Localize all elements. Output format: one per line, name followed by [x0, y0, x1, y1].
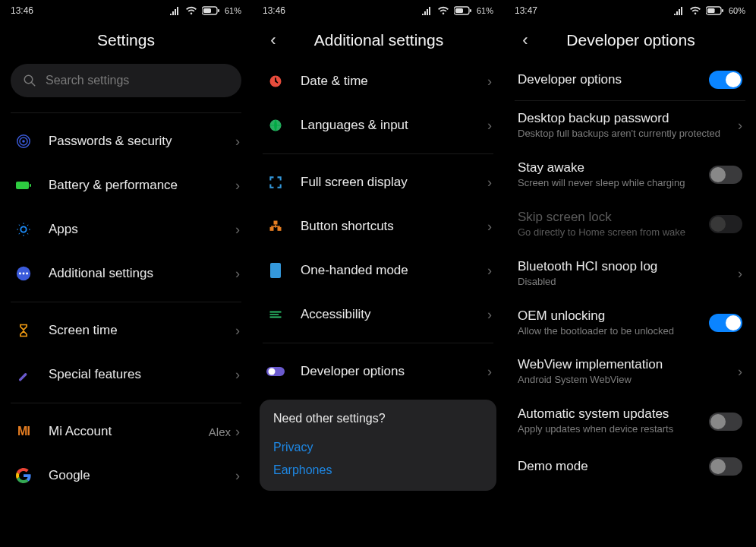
toggle-icon: [264, 360, 287, 383]
status-battery-pct: 61%: [477, 6, 493, 15]
item-webview-impl[interactable]: WebView implementation Android System We…: [504, 347, 756, 397]
status-indicators: 61%: [422, 6, 493, 15]
item-devopts-toggle[interactable]: Developer options: [504, 59, 756, 100]
chevron-right-icon: ›: [487, 364, 492, 380]
divider: [263, 343, 493, 343]
additional-settings-list: Date & time › Languages & input › Full s…: [252, 59, 504, 547]
item-skip-screen-lock: Skip screen lock Go directly to Home scr…: [504, 200, 756, 249]
divider: [263, 153, 493, 154]
accessibility-icon: [264, 303, 287, 326]
signal-icon: [422, 6, 433, 15]
item-google[interactable]: Google ›: [0, 454, 252, 498]
item-desktop-backup[interactable]: Desktop backup password Desktop full bac…: [504, 101, 756, 150]
search-field[interactable]: [11, 64, 241, 97]
item-oem-unlocking[interactable]: OEM unlocking Allow the bootloader to be…: [504, 299, 756, 348]
item-developer-options[interactable]: Developer options ›: [252, 349, 504, 394]
chevron-right-icon: ›: [487, 219, 492, 235]
chevron-right-icon: ›: [738, 364, 742, 380]
chevron-right-icon: ›: [487, 74, 492, 90]
pane-header: ‹ Developer options: [504, 21, 756, 59]
item-accessibility[interactable]: Accessibility ›: [252, 292, 504, 337]
chevron-right-icon: ›: [487, 175, 492, 191]
chevron-right-icon: ›: [235, 424, 240, 440]
item-bluetooth-hci[interactable]: Bluetooth HCI snoop log Disabled ›: [504, 249, 756, 299]
svg-rect-25: [271, 226, 280, 227]
signal-icon: [170, 6, 181, 15]
svg-rect-31: [722, 9, 723, 12]
item-battery-performance[interactable]: Battery & performance ›: [0, 163, 252, 207]
item-auto-updates[interactable]: Automatic system updates Apply updates w…: [504, 397, 756, 446]
item-label: Battery & performance: [49, 178, 235, 193]
item-label: Accessibility: [301, 307, 487, 322]
battery-icon: [202, 6, 220, 15]
need-other-settings-card: Need other settings? Privacy Earphones: [260, 400, 496, 491]
chevron-right-icon: ›: [738, 118, 742, 134]
item-label: Date & time: [301, 74, 487, 89]
battery-icon: [706, 6, 724, 15]
item-label: Apps: [49, 222, 235, 237]
item-label: Demo mode: [518, 459, 701, 474]
svg-rect-18: [470, 9, 471, 12]
svg-rect-17: [455, 8, 463, 13]
page-title: Additional settings: [264, 31, 493, 49]
item-additional-settings[interactable]: Additional settings ›: [0, 251, 252, 296]
svg-rect-9: [30, 184, 31, 187]
item-label: Bluetooth HCI snoop log: [518, 259, 730, 274]
item-demo-mode[interactable]: Demo mode: [504, 446, 756, 487]
wand-icon: [12, 363, 35, 386]
svg-rect-26: [270, 263, 281, 278]
chevron-right-icon: ›: [235, 178, 240, 194]
pane-header: ‹ Additional settings: [252, 21, 504, 59]
wifi-icon: [185, 6, 197, 15]
item-passwords-security[interactable]: Passwords & security ›: [0, 119, 252, 163]
item-stay-awake[interactable]: Stay awake Screen will never sleep while…: [504, 150, 756, 200]
item-screen-time[interactable]: Screen time ›: [0, 308, 252, 353]
fullscreen-icon: [264, 171, 287, 194]
devopts-list: Developer options Desktop backup passwor…: [504, 59, 756, 547]
toggle-skip-screen-lock: [709, 215, 742, 233]
chevron-right-icon: ›: [235, 222, 240, 238]
item-label: WebView implementation: [518, 357, 730, 372]
item-special-features[interactable]: Special features ›: [0, 353, 252, 397]
toggle-devopts[interactable]: [709, 71, 742, 89]
divider: [11, 403, 241, 403]
item-mi-account[interactable]: MI Mi Account Alex ›: [0, 409, 252, 454]
chevron-right-icon: ›: [235, 266, 240, 282]
item-one-handed-mode[interactable]: One-handed mode ›: [252, 248, 504, 292]
toggle-auto-updates[interactable]: [709, 413, 742, 431]
svg-rect-23: [278, 227, 282, 231]
svg-rect-15: [18, 372, 27, 381]
status-time: 13:46: [263, 5, 285, 16]
pane-header: Settings: [0, 21, 252, 59]
item-date-time[interactable]: Date & time ›: [252, 59, 504, 103]
toggle-oem-unlock[interactable]: [709, 314, 742, 332]
item-label: Stay awake: [518, 160, 701, 175]
item-label: Passwords & security: [49, 134, 235, 149]
toggle-stay-awake[interactable]: [709, 166, 742, 184]
item-label: Developer options: [301, 364, 487, 379]
divider: [11, 302, 241, 302]
google-logo-icon: [12, 464, 35, 487]
item-apps[interactable]: Apps ›: [0, 207, 252, 251]
search-input[interactable]: [46, 74, 229, 87]
chevron-right-icon: ›: [487, 263, 492, 279]
card-link-privacy[interactable]: Privacy: [273, 436, 483, 459]
item-label: Languages & input: [301, 118, 487, 133]
item-full-screen-display[interactable]: Full screen display ›: [252, 160, 504, 204]
item-label: One-handed mode: [301, 263, 487, 278]
hourglass-icon: [12, 319, 35, 342]
status-time: 13:47: [515, 5, 537, 16]
item-label: Screen time: [49, 323, 235, 338]
chevron-right-icon: ›: [235, 323, 240, 339]
item-label: Button shortcuts: [301, 219, 487, 234]
chevron-right-icon: ›: [487, 118, 492, 134]
item-sub: Screen will never sleep while charging: [518, 177, 701, 190]
toggle-demo-mode[interactable]: [709, 457, 742, 476]
item-button-shortcuts[interactable]: Button shortcuts ›: [252, 204, 504, 248]
clock-icon: [264, 70, 287, 93]
wifi-icon: [689, 6, 701, 15]
item-sub: Allow the bootloader to be unlocked: [518, 325, 701, 338]
item-languages-input[interactable]: Languages & input ›: [252, 103, 504, 147]
card-link-earphones[interactable]: Earphones: [273, 459, 483, 482]
item-label: Google: [49, 468, 235, 483]
